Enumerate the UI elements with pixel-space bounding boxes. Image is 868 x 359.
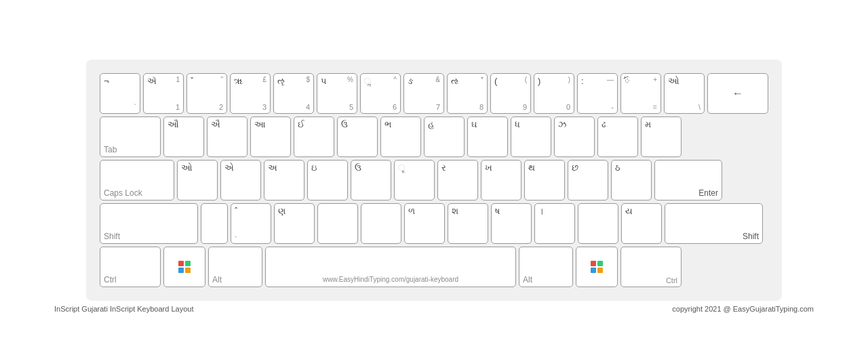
key-win_l[interactable] xyxy=(163,247,205,287)
key-capslock-label: Caps Lock xyxy=(104,188,142,198)
key-0[interactable]: ))0 xyxy=(534,73,574,114)
key-m-top-left: ષ xyxy=(495,206,500,217)
key-shift_r[interactable]: Shift xyxy=(665,203,763,244)
key-enter[interactable]: Enter xyxy=(654,160,722,200)
key-w[interactable]: ઐ xyxy=(207,117,248,157)
key-ctrl_r[interactable]: Ctrl xyxy=(620,247,682,287)
footer-bar: InScript Gujarati InScript Keyboard Layo… xyxy=(41,301,827,313)
key-b[interactable]: ળ xyxy=(404,203,445,244)
key-backslash-bottom-right: \ xyxy=(698,103,701,111)
key-i[interactable]: ઘ xyxy=(467,117,508,157)
key-o-top-left: ધ xyxy=(515,119,520,130)
key-rbracket[interactable]: મ xyxy=(641,117,682,157)
key-h[interactable]: ૃ xyxy=(394,160,435,200)
key-t-top-left: ઉ xyxy=(341,119,348,130)
key-t[interactable]: ઉ xyxy=(337,117,378,157)
key-1[interactable]: ઍ11 xyxy=(143,73,184,114)
key-l-top-left: થ xyxy=(528,163,535,173)
key-l[interactable]: થ xyxy=(524,160,565,200)
key-4[interactable]: ૡ$4 xyxy=(273,73,314,114)
key-z-top-left: ˆ xyxy=(235,206,237,216)
key-tab-label: Tab xyxy=(104,145,117,154)
key-z_blank[interactable] xyxy=(201,203,228,244)
key-3[interactable]: ૠ£3 xyxy=(230,73,271,114)
key-1-top-right: 1 xyxy=(176,76,180,83)
key-equals[interactable]: ૼ+= xyxy=(620,73,661,114)
key-period[interactable] xyxy=(578,203,618,244)
key-tab[interactable]: Tab xyxy=(100,117,161,157)
key-q[interactable]: ઔ xyxy=(163,117,204,157)
key-m[interactable]: ષ xyxy=(491,203,532,244)
key-slash[interactable]: ય xyxy=(621,203,662,244)
key-5[interactable]: પ%5 xyxy=(317,73,357,114)
key-ctrl_l-label: Ctrl xyxy=(104,275,117,284)
key-win_r[interactable] xyxy=(576,247,618,287)
key-u[interactable]: હ xyxy=(424,117,465,157)
key-f[interactable]: ઇ xyxy=(307,160,348,200)
key-semi[interactable]: છ xyxy=(568,160,608,200)
key-slash-top-left: ય xyxy=(625,206,633,217)
key-backslash[interactable]: ઓ\ xyxy=(664,73,705,114)
key-o[interactable]: ધ xyxy=(511,117,551,157)
key-r[interactable]: ઈ xyxy=(294,117,334,157)
key-3-top-left: ૠ xyxy=(234,76,243,87)
key-p[interactable]: ઝ xyxy=(554,117,595,157)
key-minus[interactable]: :—- xyxy=(577,73,618,114)
key-backspace[interactable]: ← xyxy=(707,73,768,114)
key-minus-top-left: : xyxy=(581,76,584,86)
key-lbracket-top-left: ઢ xyxy=(601,119,606,130)
key-e[interactable]: આ xyxy=(250,117,291,157)
key-2-bottom-right: 2 xyxy=(219,103,223,111)
key-8-bottom-right: 8 xyxy=(479,103,484,111)
key-shift_r-bottom-right: Shift xyxy=(743,232,759,241)
key-ctrl_l[interactable]: Ctrl xyxy=(100,247,161,287)
key-s[interactable]: એ xyxy=(220,160,261,200)
key-5-top-right: % xyxy=(347,76,353,83)
key-z[interactable]: ˆ· xyxy=(231,203,271,244)
key-7[interactable]: ઙ&7 xyxy=(403,73,444,114)
key-row-row3: Caps LockઓએઅઇઉૃરખથછઠEnter xyxy=(100,160,768,200)
key-g[interactable]: ઉ xyxy=(351,160,391,200)
key-d[interactable]: અ xyxy=(264,160,304,200)
key-capslock[interactable]: Caps Lock xyxy=(100,160,174,200)
key-r-top-left: ઈ xyxy=(298,119,304,130)
key-0-top-left: ) xyxy=(538,76,540,86)
key-tilde[interactable]: ¬` xyxy=(100,73,140,114)
key-comma[interactable]: । xyxy=(534,203,575,244)
key-3-top-right: £ xyxy=(262,76,267,83)
key-k[interactable]: ખ xyxy=(481,160,521,200)
key-alt_l[interactable]: Alt xyxy=(208,247,262,287)
key-v[interactable] xyxy=(361,203,401,244)
keyboard-wrapper: ¬`ઍ11ˇ"2ૠ£3ૡ$4પ%5ૢ^6ઙ&7ઌ*8((9))0:—-ૼ+=ઓ\… xyxy=(0,46,868,313)
key-semi-top-left: છ xyxy=(572,163,578,173)
key-space[interactable]: www.EasyHindiTyping.com/gujarati-keyboar… xyxy=(265,247,516,287)
key-u-top-left: હ xyxy=(428,119,434,130)
key-tilde-bottom-right: ` xyxy=(134,103,136,111)
key-alt_r[interactable]: Alt xyxy=(519,247,573,287)
key-4-bottom-right: 4 xyxy=(306,103,310,111)
windows-logo-icon xyxy=(178,261,191,273)
key-y[interactable]: ભ xyxy=(380,117,421,157)
key-j[interactable]: ર xyxy=(437,160,478,200)
key-n[interactable]: શ xyxy=(448,203,488,244)
key-q-top-left: ઔ xyxy=(167,119,179,130)
key-shift_l[interactable]: Shift xyxy=(100,203,198,244)
key-9[interactable]: ((9 xyxy=(490,73,531,114)
key-x[interactable]: ણ xyxy=(274,203,315,244)
key-6-top-right: ^ xyxy=(393,76,397,83)
key-c[interactable] xyxy=(317,203,358,244)
key-rbracket-top-left: મ xyxy=(645,119,651,130)
key-6[interactable]: ૢ^6 xyxy=(360,73,401,114)
key-8[interactable]: ઌ*8 xyxy=(447,73,488,114)
key-a-top-left: ઓ xyxy=(181,163,193,173)
key-lbracket[interactable]: ઢ xyxy=(597,117,638,157)
key-2[interactable]: ˇ"2 xyxy=(186,73,227,114)
key-a[interactable]: ઓ xyxy=(177,160,218,200)
key-7-top-left: ઙ xyxy=(408,76,413,87)
key-8-top-left: ઌ xyxy=(451,76,459,87)
key-y-top-left: ભ xyxy=(384,119,391,130)
key-quote[interactable]: ઠ xyxy=(611,160,652,200)
key-alt_l-label: Alt xyxy=(212,275,222,284)
key-equals-top-left: ૼ xyxy=(625,76,629,86)
key-minus-bottom-right: - xyxy=(611,103,614,111)
